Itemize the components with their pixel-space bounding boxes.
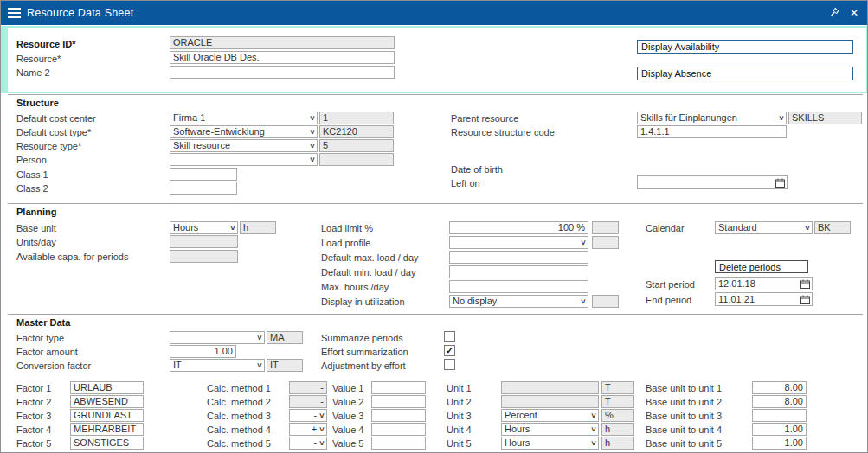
default-cost-center-code: 1 bbox=[319, 112, 394, 124]
pin-icon bbox=[829, 7, 839, 17]
calc-method-label: Calc. method 3 bbox=[207, 411, 271, 422]
value-field[interactable] bbox=[371, 437, 426, 450]
unit-select[interactable]: Hours ∨ bbox=[501, 423, 599, 436]
class1-label: Class 1 bbox=[16, 169, 48, 181]
factor-name-field[interactable]: SONSTIGES bbox=[70, 437, 144, 450]
delete-periods-button[interactable]: Delete periods bbox=[715, 260, 808, 273]
display-absence-button[interactable]: Display Absence bbox=[637, 67, 853, 80]
effort-summarization-checkbox[interactable]: ✓ bbox=[444, 345, 455, 356]
chevron-down-icon: ∨ bbox=[318, 410, 325, 421]
calc-method-label: Calc. method 4 bbox=[207, 424, 271, 436]
chevron-down-icon: ∨ bbox=[309, 154, 316, 165]
calc-method-select[interactable]: - ∨ bbox=[289, 437, 327, 450]
base-unit-to-unit-field[interactable]: 1.00 bbox=[752, 423, 807, 436]
person-label: Person bbox=[16, 155, 47, 166]
name2-field[interactable] bbox=[170, 66, 395, 79]
factor-type-select[interactable]: ∨ bbox=[170, 331, 265, 344]
default-cost-center-select[interactable]: Firma 1 ∨ bbox=[170, 112, 318, 124]
factor-label: Factor 2 bbox=[16, 397, 51, 408]
resource-id-field: ORACLE bbox=[170, 36, 395, 49]
display-availability-button[interactable]: Display Availability bbox=[637, 40, 853, 54]
calendar-select[interactable]: Standard ∨ bbox=[715, 221, 813, 234]
end-period-field[interactable]: 11.01.21 bbox=[715, 292, 813, 306]
default-max-load-field[interactable] bbox=[449, 251, 588, 264]
summarize-periods-checkbox[interactable] bbox=[444, 331, 455, 342]
hamburger-icon bbox=[8, 12, 21, 14]
unit-select[interactable]: Percent ∨ bbox=[501, 409, 599, 422]
default-cost-type-select[interactable]: Software-Entwicklung ∨ bbox=[170, 125, 318, 138]
calc-method-field: - bbox=[289, 395, 327, 408]
base-unit-code: h bbox=[240, 221, 276, 234]
chevron-down-icon: ∨ bbox=[580, 237, 587, 248]
load-profile-label: Load profile bbox=[321, 238, 371, 249]
chevron-down-icon: ∨ bbox=[229, 222, 236, 233]
base-unit-to-unit-field[interactable]: 1.00 bbox=[752, 437, 807, 450]
display-in-utilization-select[interactable]: No display ∨ bbox=[449, 295, 588, 308]
chevron-down-icon: ∨ bbox=[318, 424, 325, 435]
factor-name-field[interactable]: MEHRARBEIT bbox=[70, 423, 144, 436]
start-period-field[interactable]: 12.01.18 bbox=[715, 277, 813, 290]
class1-field[interactable] bbox=[170, 168, 237, 181]
base-unit-to-unit-field[interactable]: 8.00 bbox=[752, 381, 807, 394]
class2-field[interactable] bbox=[170, 182, 237, 195]
calc-method-select[interactable]: - ∨ bbox=[289, 409, 327, 422]
unit-select[interactable]: Hours ∨ bbox=[501, 437, 599, 450]
factor-name-field[interactable]: GRUNDLAST bbox=[70, 409, 144, 422]
close-button[interactable]: ✕ bbox=[850, 8, 858, 18]
base-unit-to-unit-field[interactable] bbox=[752, 409, 807, 422]
load-limit-aux-field bbox=[592, 221, 619, 234]
chevron-down-icon: ∨ bbox=[778, 112, 785, 124]
unit-label: Unit 4 bbox=[447, 424, 472, 436]
resource-structure-code-field[interactable]: 1.4.1.1 bbox=[637, 125, 787, 138]
available-capa-field bbox=[170, 250, 238, 263]
factor-label: Factor 5 bbox=[16, 438, 51, 450]
value-field[interactable] bbox=[371, 423, 426, 436]
factor-name-field[interactable]: ABWESEND bbox=[70, 395, 144, 408]
chevron-down-icon: ∨ bbox=[590, 424, 597, 435]
calc-method-label: Calc. method 2 bbox=[207, 397, 271, 408]
adjustment-by-effort-label: Adjustment by effort bbox=[321, 360, 406, 372]
value-field[interactable] bbox=[371, 395, 426, 408]
conversion-factor-select[interactable]: IT ∨ bbox=[170, 359, 265, 372]
highlight-frame bbox=[1, 26, 868, 93]
menu-button[interactable] bbox=[1, 1, 27, 25]
adjustment-by-effort-checkbox[interactable] bbox=[444, 359, 455, 370]
calc-method-select[interactable]: + ∨ bbox=[289, 423, 327, 436]
value-label: Value 4 bbox=[332, 424, 364, 436]
chevron-down-icon: ∨ bbox=[580, 296, 587, 307]
default-min-load-field[interactable] bbox=[449, 265, 588, 278]
class2-label: Class 2 bbox=[16, 183, 48, 195]
display-in-utilization-label: Display in utilization bbox=[321, 297, 405, 308]
section-divider bbox=[8, 94, 863, 95]
calendar-icon[interactable] bbox=[800, 279, 810, 289]
base-unit-select[interactable]: Hours ∨ bbox=[170, 221, 238, 234]
factor-amount-field[interactable]: 1.00 bbox=[170, 345, 236, 358]
chevron-down-icon: ∨ bbox=[256, 332, 263, 343]
factor-name-field[interactable]: URLAUB bbox=[70, 381, 144, 394]
calc-method-field: - bbox=[289, 381, 327, 394]
effort-summarization-label: Effort summarization bbox=[321, 347, 408, 358]
pin-button[interactable] bbox=[829, 7, 839, 19]
resource-type-select[interactable]: Skill resource ∨ bbox=[170, 139, 318, 152]
unit-code-field: T bbox=[601, 395, 634, 408]
chevron-down-icon: ∨ bbox=[256, 360, 263, 371]
load-limit-field[interactable]: 100 % bbox=[449, 221, 588, 234]
units-day-field bbox=[170, 235, 238, 248]
value-label: Value 5 bbox=[332, 438, 364, 450]
calendar-icon[interactable] bbox=[775, 178, 785, 188]
chevron-down-icon: ∨ bbox=[590, 410, 597, 421]
left-on-field[interactable] bbox=[637, 175, 788, 189]
default-min-load-label: Default min. load / day bbox=[321, 267, 415, 278]
resource-field[interactable]: Skill Oracle DB Des. bbox=[170, 51, 395, 64]
calendar-icon[interactable] bbox=[800, 295, 810, 304]
max-hours-day-field[interactable] bbox=[449, 280, 588, 293]
base-unit-to-unit-label: Base unit to unit 4 bbox=[646, 424, 722, 436]
value-field[interactable] bbox=[371, 381, 426, 394]
factor-label: Factor 4 bbox=[16, 424, 51, 436]
factor-label: Factor 3 bbox=[16, 411, 51, 422]
load-profile-select[interactable]: ∨ bbox=[449, 236, 588, 249]
base-unit-to-unit-field[interactable]: 8.00 bbox=[752, 395, 807, 408]
parent-resource-select[interactable]: Skills für Einplanungen ∨ bbox=[637, 112, 787, 124]
person-select[interactable]: ∨ bbox=[170, 153, 318, 166]
value-field[interactable] bbox=[371, 409, 426, 422]
